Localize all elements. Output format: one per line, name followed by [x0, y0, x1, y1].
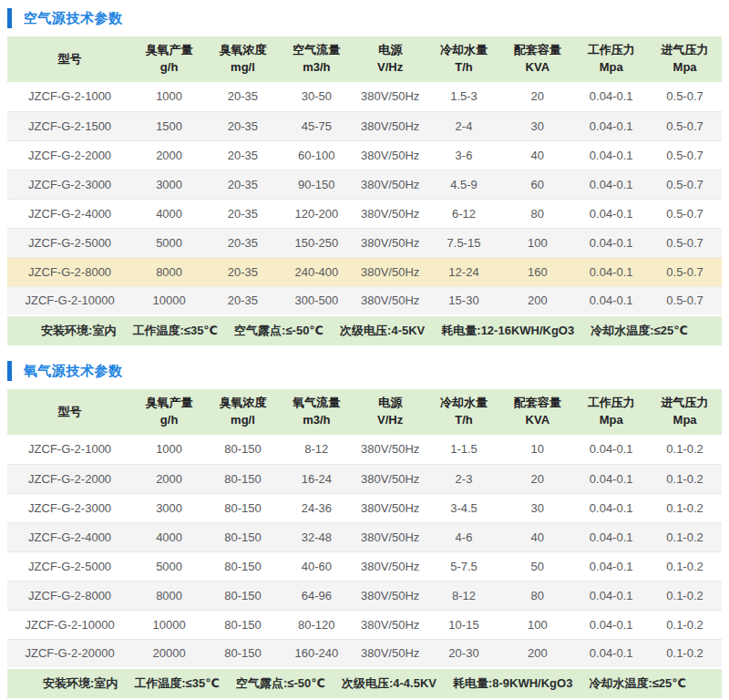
- value-cell: 20-35: [206, 257, 280, 286]
- model-cell: JZCF-G-2-3000: [7, 493, 132, 522]
- value-cell: 8-12: [280, 435, 354, 464]
- air-source-spec-table: 型号臭氧产量g/h臭氧浓度mg/l空气流量m3/h电源V/Hz冷却水量T/h配套…: [7, 36, 722, 345]
- footnotes-cell: 安装环境:室内工作温度:≤35℃空气露点:≤-50℃次级电压:4-5KV耗电量:…: [7, 315, 722, 345]
- title-accent-bar: [7, 361, 12, 381]
- value-cell: 0.04-0.1: [574, 522, 648, 551]
- footnote-item: 空气露点:≤-50℃: [234, 324, 323, 337]
- value-cell: 380V/50Hz: [354, 493, 427, 522]
- value-cell: 80: [500, 199, 574, 228]
- value-cell: 380V/50Hz: [354, 522, 427, 551]
- value-cell: 0.1-0.2: [648, 464, 722, 493]
- table-row: JZCF-G-2-5000500020-35150-250380V/50Hz7.…: [7, 228, 722, 257]
- value-cell: 380V/50Hz: [354, 435, 427, 464]
- value-cell: 0.04-0.1: [574, 639, 648, 668]
- model-cell: JZCF-G-2-2000: [7, 140, 132, 170]
- value-cell: 240-400: [280, 257, 354, 286]
- value-cell: 0.04-0.1: [574, 111, 648, 140]
- value-cell: 0.04-0.1: [574, 551, 648, 581]
- model-cell: JZCF-G-2-20000: [7, 639, 132, 668]
- section-title-oxygen: 氧气源技术参数: [7, 360, 722, 382]
- table-header: 型号臭氧产量g/h臭氧浓度mg/l氧气流量m3/h电源V/Hz冷却水量T/h配套…: [7, 389, 722, 435]
- value-cell: 160: [500, 257, 574, 286]
- column-header: 空气流量m3/h: [280, 36, 354, 82]
- value-cell: 60: [500, 170, 574, 199]
- value-cell: 100: [500, 610, 574, 639]
- value-cell: 0.04-0.1: [574, 82, 648, 111]
- value-cell: 80-150: [206, 435, 280, 464]
- footnote-item: 冷却水温度:≤25℃: [590, 324, 688, 337]
- value-cell: 380V/50Hz: [354, 286, 427, 315]
- title-accent-bar: [7, 8, 12, 28]
- section-title-air: 空气源技术参数: [7, 7, 722, 29]
- value-cell: 20-35: [206, 170, 280, 199]
- value-cell: 20-35: [206, 111, 280, 140]
- value-cell: 3-6: [427, 140, 501, 170]
- value-cell: 0.04-0.1: [574, 140, 648, 170]
- value-cell: 7.5-15: [427, 228, 501, 257]
- value-cell: 0.5-0.7: [648, 199, 722, 228]
- value-cell: 0.1-0.2: [648, 639, 722, 668]
- value-cell: 0.04-0.1: [574, 257, 648, 286]
- footnotes-cell: 安装环境:室内工作温度:≤35℃空气露点:≤-50℃次级电压:4-4.5KV耗电…: [7, 668, 722, 698]
- value-cell: 0.1-0.2: [648, 551, 722, 581]
- model-cell: JZCF-G-2-8000: [7, 581, 132, 610]
- footnote-item: 次级电压:4-4.5KV: [342, 676, 436, 690]
- value-cell: 380V/50Hz: [354, 199, 427, 228]
- value-cell: 0.1-0.2: [648, 581, 722, 610]
- section-title-text: 氧气源技术参数: [24, 363, 123, 380]
- table-row: JZCF-G-2-2000200020-3560-100380V/50Hz3-6…: [7, 140, 722, 170]
- footnote-item: 耗电量:12-16KWH/KgO3: [441, 324, 574, 337]
- value-cell: 30: [500, 493, 574, 522]
- column-header: 电源V/Hz: [354, 36, 427, 82]
- value-cell: 24-36: [280, 493, 354, 522]
- table-body: JZCF-G-2-1000100020-3530-50380V/50Hz1.5-…: [7, 82, 722, 315]
- value-cell: 80-150: [206, 610, 280, 639]
- value-cell: 0.04-0.1: [574, 199, 648, 228]
- value-cell: 20-35: [206, 82, 280, 111]
- value-cell: 380V/50Hz: [354, 464, 427, 493]
- model-cell: JZCF-G-2-8000: [7, 257, 132, 286]
- footnote-item: 工作温度:≤35℃: [132, 324, 218, 337]
- model-cell: JZCF-G-2-10000: [7, 286, 132, 315]
- value-cell: 0.04-0.1: [574, 464, 648, 493]
- value-cell: 10: [500, 435, 574, 464]
- column-header: 电源V/Hz: [354, 389, 427, 435]
- table-header: 型号臭氧产量g/h臭氧浓度mg/l空气流量m3/h电源V/Hz冷却水量T/h配套…: [7, 36, 722, 82]
- column-header: 配套容量KVA: [500, 389, 574, 435]
- footnote-item: 工作温度:≤35℃: [134, 676, 220, 690]
- table-footnotes: 安装环境:室内工作温度:≤35℃空气露点:≤-50℃次级电压:4-5KV耗电量:…: [7, 315, 722, 345]
- value-cell: 380V/50Hz: [354, 111, 427, 140]
- value-cell: 160-240: [280, 639, 354, 668]
- table-row: JZCF-G-2-100001000080-15080-120380V/50Hz…: [7, 610, 722, 639]
- value-cell: 4-6: [427, 522, 501, 551]
- value-cell: 1000: [132, 435, 206, 464]
- column-header: 配套容量KVA: [500, 36, 574, 82]
- value-cell: 200: [500, 639, 574, 668]
- value-cell: 20: [500, 82, 574, 111]
- table-row: JZCF-G-2-1000100020-3530-50380V/50Hz1.5-…: [7, 82, 722, 111]
- model-cell: JZCF-G-2-4000: [7, 522, 132, 551]
- model-cell: JZCF-G-2-1000: [7, 435, 132, 464]
- value-cell: 90-150: [280, 170, 354, 199]
- value-cell: 1000: [132, 82, 206, 111]
- value-cell: 80-150: [206, 522, 280, 551]
- table-row: JZCF-G-2-3000300020-3590-150380V/50Hz4.5…: [7, 170, 722, 199]
- value-cell: 5000: [132, 551, 206, 581]
- table-row: JZCF-G-2-2000200080-15016-24380V/50Hz2-3…: [7, 464, 722, 493]
- section-title-text: 空气源技术参数: [24, 10, 123, 27]
- oxygen-source-section: 氧气源技术参数 型号臭氧产量g/h臭氧浓度mg/l氧气流量m3/h电源V/Hz冷…: [7, 360, 722, 698]
- footnote-item: 安装环境:室内: [43, 676, 118, 690]
- table-row: JZCF-G-2-4000400020-35120-200380V/50Hz6-…: [7, 199, 722, 228]
- table-body: JZCF-G-2-1000100080-1508-12380V/50Hz1-1.…: [7, 435, 722, 668]
- value-cell: 0.5-0.7: [648, 82, 722, 111]
- value-cell: 80-120: [280, 610, 354, 639]
- value-cell: 0.5-0.7: [648, 257, 722, 286]
- value-cell: 0.1-0.2: [648, 522, 722, 551]
- value-cell: 0.5-0.7: [648, 286, 722, 315]
- value-cell: 3000: [132, 493, 206, 522]
- value-cell: 80: [500, 581, 574, 610]
- value-cell: 0.5-0.7: [648, 111, 722, 140]
- value-cell: 5-7.5: [427, 551, 501, 581]
- model-cell: JZCF-G-2-4000: [7, 199, 132, 228]
- oxygen-source-spec-table: 型号臭氧产量g/h臭氧浓度mg/l氧气流量m3/h电源V/Hz冷却水量T/h配套…: [7, 389, 722, 698]
